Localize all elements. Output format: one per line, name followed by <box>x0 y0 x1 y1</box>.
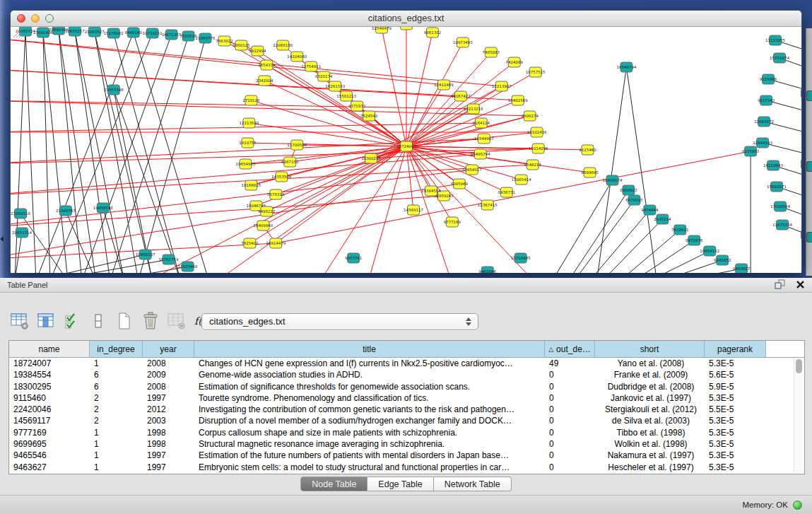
table-cell[interactable]: 2 <box>90 392 143 404</box>
zoom-window-button[interactable] <box>45 14 54 23</box>
table-cell[interactable]: 5.3E-5 <box>705 358 766 369</box>
table-cell[interactable]: 5.3E-5 <box>705 415 766 426</box>
table-cell[interactable]: 0 <box>545 404 595 415</box>
table-cell[interactable]: 1 <box>90 450 143 461</box>
table-row[interactable]: 1830029562008Estimation of significance … <box>9 381 804 392</box>
table-cell[interactable]: Estimation of the future numbers of pati… <box>194 450 545 461</box>
table-cell[interactable]: Corpus callosum shape and size in male p… <box>194 427 545 438</box>
column-header-in_degree[interactable]: in_degree <box>90 341 143 357</box>
table-cell[interactable]: 1 <box>90 462 143 473</box>
table-cell[interactable]: 2009 <box>143 369 194 380</box>
table-cell[interactable]: 5.3E-5 <box>705 462 766 473</box>
table-cell[interactable]: 1997 <box>143 462 194 473</box>
table-cell[interactable]: 5.5E-5 <box>705 404 766 415</box>
table-cell[interactable]: 0 <box>545 392 595 404</box>
table-cell[interactable]: Nakamura et al. (1997) <box>595 450 705 461</box>
close-panel-icon[interactable] <box>796 280 805 289</box>
table-cell[interactable]: Wolkin et al. (1998) <box>595 438 705 450</box>
table-cell[interactable]: 5.3E-5 <box>705 438 766 450</box>
window-titlebar[interactable]: citations_edges.txt <box>11 11 801 27</box>
table-row[interactable]: 946554611997Estimation of the future num… <box>9 450 804 461</box>
table-cell[interactable]: Embryonic stem cells: a model to study s… <box>194 462 545 473</box>
table-cell[interactable]: 2008 <box>143 358 194 369</box>
table-cell[interactable]: de Silva et al. (2003) <box>595 415 705 426</box>
table-row[interactable]: 977716911998Corpus callosum shape and si… <box>9 427 804 438</box>
table-row[interactable]: 1938455462009Genome-wide association stu… <box>9 369 804 380</box>
table-cell[interactable]: 1998 <box>143 438 194 450</box>
table-cell[interactable]: 0 <box>545 462 595 473</box>
column-header-year[interactable]: year <box>143 341 194 357</box>
table-cell[interactable]: 18724007 <box>9 358 90 369</box>
table-row[interactable]: 969969511998Structural magnetic resonanc… <box>9 438 804 450</box>
column-header-name[interactable]: name <box>9 341 90 357</box>
table-row[interactable]: 911546021997Tourette syndrome. Phenomeno… <box>9 392 804 404</box>
table-cell[interactable]: 9699695 <box>9 438 90 450</box>
table-row[interactable]: 1872400712008Changes of HCN gene express… <box>9 358 804 369</box>
column-header-short[interactable]: short <box>595 341 705 357</box>
table-cell[interactable]: Franke et al. (2009) <box>595 369 705 380</box>
resize-grip-icon[interactable] <box>11 27 801 273</box>
delete-column-button[interactable] <box>141 310 160 332</box>
column-visibility-button[interactable] <box>62 310 82 332</box>
close-window-button[interactable] <box>17 14 25 23</box>
table-cell[interactable]: Yano et al. (2008) <box>595 358 705 369</box>
table-cell[interactable]: 6 <box>90 381 143 392</box>
table-row[interactable]: 946362711997Embryonic stem cells: a mode… <box>9 462 804 473</box>
minimize-window-button[interactable] <box>31 14 40 23</box>
table-cell[interactable]: Investigating the contribution of common… <box>194 404 545 415</box>
table-cell[interactable]: 49 <box>545 358 595 369</box>
table-cell[interactable]: Jankovic et al. (1997) <box>595 392 705 404</box>
float-panel-icon[interactable] <box>775 279 786 290</box>
table-cell[interactable]: 1998 <box>143 427 194 438</box>
table-row[interactable]: 1456911722003Disruption of a novel membe… <box>9 415 804 426</box>
table-cell[interactable]: 22420046 <box>9 404 90 415</box>
table-cell[interactable]: Genome-wide association studies in ADHD. <box>194 369 545 380</box>
table-cell[interactable]: 9463627 <box>9 462 90 473</box>
tab-node-table[interactable]: Node Table <box>300 477 367 491</box>
table-cell[interactable]: 1997 <box>143 450 194 461</box>
table-row[interactable]: 2242004622012Investigating the contribut… <box>9 404 804 415</box>
show-columns-button[interactable] <box>36 310 56 332</box>
table-cell[interactable]: 2 <box>90 404 143 415</box>
tab-network-table[interactable]: Network Table <box>434 477 512 491</box>
table-cell[interactable]: 0 <box>545 369 595 380</box>
scrollbar-thumb[interactable] <box>796 359 802 373</box>
table-cell[interactable]: Stergiakouli et al. (2012) <box>595 404 705 415</box>
merge-tables-button[interactable] <box>88 310 108 332</box>
column-header-out_de[interactable]: △out_de… <box>545 341 595 357</box>
column-header-title[interactable]: title <box>194 341 545 357</box>
table-cell[interactable]: Tourette syndrome. Phenomenology and cla… <box>194 392 545 404</box>
table-cell[interactable]: Tibbo et al. (1998) <box>595 427 705 438</box>
table-cell[interactable]: 14569117 <box>9 415 90 426</box>
table-cell[interactable]: Structural magnetic resonance image aver… <box>194 438 545 450</box>
table-cell[interactable]: 2008 <box>143 381 194 392</box>
table-cell[interactable]: 2003 <box>143 415 194 426</box>
table-cell[interactable]: 0 <box>545 450 595 461</box>
table-cell[interactable]: 5.9E-5 <box>705 381 766 392</box>
table-cell[interactable]: 5.3E-5 <box>705 450 766 461</box>
column-header-pagerank[interactable]: pagerank <box>705 341 766 357</box>
table-cell[interactable]: 5.3E-5 <box>705 392 766 404</box>
table-cell[interactable]: 0 <box>545 381 595 392</box>
table-cell[interactable]: Dudbridge et al. (2008) <box>595 381 705 392</box>
table-cell[interactable]: Hescheler et al. (1997) <box>595 462 705 473</box>
table-cell[interactable]: 5.6E-5 <box>705 369 766 380</box>
table-cell[interactable]: 2 <box>90 415 143 426</box>
table-cell[interactable]: 5.3E-5 <box>705 427 766 438</box>
table-cell[interactable]: 2012 <box>143 404 194 415</box>
network-canvas[interactable]: 2405572423091406206914061065525721063527… <box>11 27 801 273</box>
import-table-button[interactable] <box>167 310 187 332</box>
table-cell[interactable]: 1997 <box>143 392 194 404</box>
table-cell[interactable]: 1 <box>90 358 143 369</box>
table-cell[interactable]: 1 <box>90 438 143 450</box>
table-cell[interactable]: 19384554 <box>9 369 90 380</box>
create-column-button[interactable] <box>114 310 134 332</box>
table-cell[interactable]: 9115460 <box>9 392 90 404</box>
table-cell[interactable]: 9777169 <box>9 427 90 438</box>
table-cell[interactable]: 0 <box>545 415 595 426</box>
table-cell[interactable]: 0 <box>545 438 595 450</box>
table-cell[interactable]: 6 <box>90 369 143 380</box>
table-cell[interactable]: 0 <box>545 427 595 438</box>
table-cell[interactable]: Disruption of a novel member of a sodium… <box>194 415 545 426</box>
table-cell[interactable]: Changes of HCN gene expression and I(f) … <box>194 358 545 369</box>
